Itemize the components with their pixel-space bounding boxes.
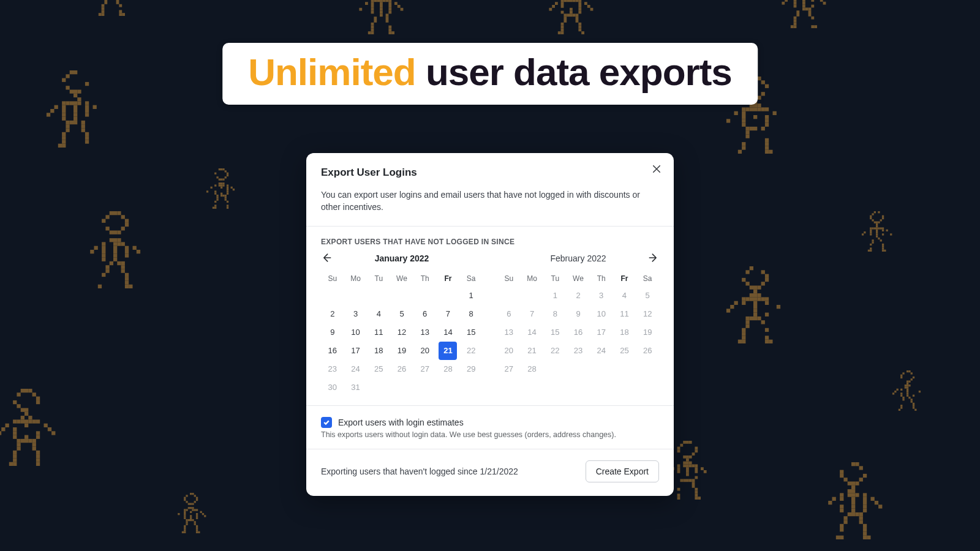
arrow-left-icon: [320, 252, 333, 264]
checkmark-icon: [323, 419, 330, 426]
calendar-day[interactable]: 9: [567, 305, 590, 323]
calendar-day[interactable]: 18: [613, 323, 636, 342]
calendar-day[interactable]: 19: [636, 323, 659, 342]
weekday-header: We: [390, 271, 413, 287]
calendar-day[interactable]: 27: [413, 360, 437, 378]
calendar-day[interactable]: 4: [367, 305, 390, 323]
weekday-header: Fr: [437, 271, 460, 287]
calendar-day[interactable]: 19: [390, 342, 413, 360]
next-month-button[interactable]: [647, 251, 660, 264]
checkbox-label: Export users with login estimates: [338, 418, 464, 427]
calendar-day[interactable]: 1: [459, 287, 483, 305]
calendar-day[interactable]: 21: [521, 342, 544, 360]
calendar-day[interactable]: 17: [590, 323, 613, 342]
calendar-day[interactable]: 16: [321, 342, 344, 360]
calendar-right-title: February 2022: [550, 253, 606, 263]
close-button[interactable]: [649, 162, 664, 176]
calendar-day[interactable]: 3: [344, 305, 368, 323]
calendar-day[interactable]: 8: [543, 305, 567, 323]
calendar-day[interactable]: 7: [521, 305, 544, 323]
calendar-day[interactable]: 22: [543, 342, 567, 360]
calendar-empty: [390, 378, 413, 397]
calendar-day[interactable]: 25: [367, 360, 390, 378]
calendar-empty: [590, 360, 613, 378]
calendar-day[interactable]: 24: [344, 360, 368, 378]
arrow-right-icon: [647, 252, 660, 264]
weekday-header: Mo: [521, 271, 544, 287]
dialog-title: Export User Logins: [321, 167, 659, 179]
calendar-empty: [497, 287, 521, 305]
calendar-day[interactable]: 9: [321, 323, 344, 342]
calendar-day[interactable]: 7: [437, 305, 460, 323]
headline-banner: Unlimited user data exports: [222, 43, 758, 105]
dialog-footer: Exporting users that haven't logged sinc…: [306, 449, 674, 496]
calendar-day[interactable]: 23: [321, 360, 344, 378]
calendar-day[interactable]: 5: [390, 305, 413, 323]
calendar-day[interactable]: 8: [459, 305, 483, 323]
calendar-day[interactable]: 17: [344, 342, 368, 360]
calendar-day[interactable]: 13: [497, 323, 521, 342]
headline-highlight: Unlimited: [248, 51, 415, 93]
export-dialog: Export User Logins You can export user l…: [306, 153, 674, 496]
calendar-day[interactable]: 30: [321, 378, 344, 397]
calendar-empty: [459, 378, 483, 397]
calendar-day[interactable]: 14: [521, 323, 544, 342]
weekday-header: Su: [321, 271, 344, 287]
prev-month-button[interactable]: [320, 251, 333, 264]
calendar-day[interactable]: 12: [636, 305, 659, 323]
calendar-day[interactable]: 2: [321, 305, 344, 323]
calendar-day[interactable]: 20: [413, 342, 437, 360]
calendar-day[interactable]: 24: [590, 342, 613, 360]
calendar-day[interactable]: 11: [613, 305, 636, 323]
calendar-empty: [367, 378, 390, 397]
calendar-empty: [390, 287, 413, 305]
headline-rest: user data exports: [416, 51, 732, 93]
calendar-day[interactable]: 12: [390, 323, 413, 342]
calendar-day[interactable]: 22: [459, 342, 483, 360]
calendar-day[interactable]: 4: [613, 287, 636, 305]
calendar-day[interactable]: 25: [613, 342, 636, 360]
calendar-day[interactable]: 10: [344, 323, 368, 342]
calendar-left: January 2022 SuMoTuWeThFrSa 123456789101…: [321, 250, 483, 397]
calendar-day[interactable]: 13: [413, 323, 437, 342]
weekday-header: Sa: [459, 271, 483, 287]
options-section: Export users with login estimates This e…: [306, 406, 674, 449]
calendar-day[interactable]: 16: [567, 323, 590, 342]
calendar-day[interactable]: 26: [636, 342, 659, 360]
calendar-day[interactable]: 20: [497, 342, 521, 360]
weekday-header: Th: [590, 271, 613, 287]
calendar-day[interactable]: 2: [567, 287, 590, 305]
calendar-day[interactable]: 23: [567, 342, 590, 360]
calendar-day[interactable]: 28: [437, 360, 460, 378]
login-estimates-checkbox[interactable]: [321, 417, 332, 428]
calendar-day[interactable]: 31: [344, 378, 368, 397]
calendar-day[interactable]: 3: [590, 287, 613, 305]
weekday-header: We: [567, 271, 590, 287]
calendar-day[interactable]: 27: [497, 360, 521, 378]
calendar-day[interactable]: 11: [367, 323, 390, 342]
calendar-empty: [636, 360, 659, 378]
dialog-header: Export User Logins: [306, 153, 674, 189]
calendar-day[interactable]: 28: [521, 360, 544, 378]
dialog-description: You can export user logins and email use…: [306, 189, 674, 226]
calendar-day[interactable]: 21: [439, 342, 457, 360]
calendar-day[interactable]: 26: [390, 360, 413, 378]
calendar-day[interactable]: 15: [543, 323, 567, 342]
calendar-empty: [521, 287, 544, 305]
create-export-button[interactable]: Create Export: [586, 460, 659, 482]
calendar-day[interactable]: 29: [459, 360, 483, 378]
calendar-left-title: January 2022: [375, 253, 429, 263]
calendar-day[interactable]: 10: [590, 305, 613, 323]
weekday-header: Fr: [613, 271, 636, 287]
calendar-day[interactable]: 1: [543, 287, 567, 305]
calendar-day[interactable]: 6: [413, 305, 437, 323]
calendar-day[interactable]: 5: [636, 287, 659, 305]
calendar-day[interactable]: 6: [497, 305, 521, 323]
calendar-day[interactable]: 15: [459, 323, 483, 342]
checkbox-help-text: This exports users without login data. W…: [321, 430, 659, 439]
section-label: EXPORT USERS THAT HAVE NOT LOGGED IN SIN…: [306, 227, 674, 250]
weekday-header: Mo: [344, 271, 368, 287]
calendar-day[interactable]: 18: [367, 342, 390, 360]
calendar-empty: [437, 378, 460, 397]
calendar-day[interactable]: 14: [437, 323, 460, 342]
